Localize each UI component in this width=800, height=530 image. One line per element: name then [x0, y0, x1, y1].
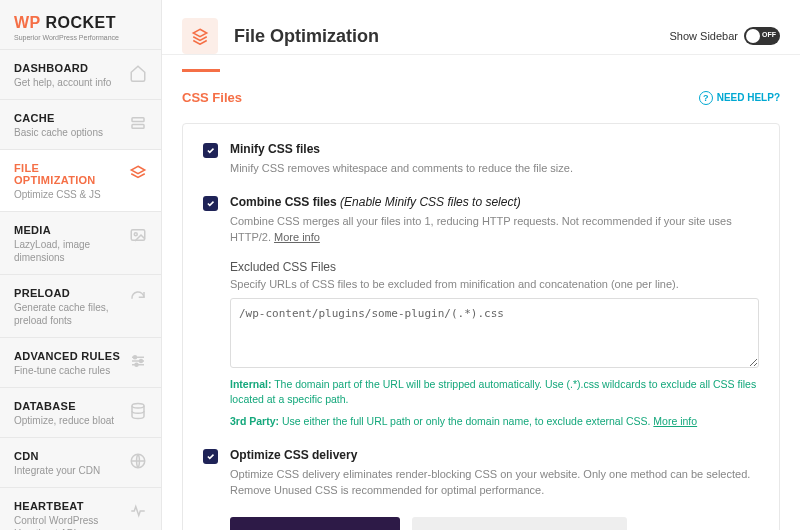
remove-unused-css-button[interactable]: REMOVE UNUSED CSS — [230, 517, 400, 530]
excluded-hint-internal: Internal: The domain part of the URL wil… — [230, 377, 759, 409]
header-layers-icon — [182, 18, 218, 54]
heartbeat-icon — [129, 502, 147, 520]
sidebar-items: DASHBOARDGet help, account info CACHEBas… — [0, 49, 161, 530]
sidebar-item-heartbeat[interactable]: HEARTBEATControl WordPress Heartbeat API — [0, 487, 161, 530]
show-sidebar-toggle[interactable]: OFF — [744, 27, 780, 45]
sidebar-item-database[interactable]: DATABASEOptimize, reduce bloat — [0, 387, 161, 437]
sidebar-item-cdn[interactable]: CDNIntegrate your CDN — [0, 437, 161, 487]
checkbox-minify-css[interactable] — [203, 143, 218, 158]
field-minify-css: Minify CSS files Minify CSS removes whit… — [203, 142, 759, 177]
field-combine-css: Combine CSS files (Enable Minify CSS fil… — [203, 195, 759, 430]
layers-icon — [129, 164, 147, 182]
svg-point-8 — [140, 360, 143, 363]
svg-rect-0 — [132, 118, 144, 122]
database-icon — [129, 402, 147, 420]
minify-css-desc: Minify CSS removes whitespace and commen… — [230, 160, 759, 177]
home-icon — [129, 64, 147, 82]
page-header: File Optimization Show Sidebar OFF — [162, 0, 800, 55]
reload-icon — [129, 289, 147, 307]
field-optimize-css: Optimize CSS delivery Optimize CSS deliv… — [203, 448, 759, 530]
svg-point-10 — [132, 404, 144, 409]
sidebar: WP ROCKET Superior WordPress Performance… — [0, 0, 162, 530]
optimize-css-desc: Optimize CSS delivery eliminates render-… — [230, 466, 759, 499]
content-scroll: CSS Files ? NEED HELP? Minify CSS files … — [162, 72, 800, 530]
page-title: File Optimization — [234, 26, 670, 47]
show-sidebar-label: Show Sidebar — [670, 30, 739, 42]
question-icon: ? — [699, 91, 713, 105]
sidebar-item-dashboard[interactable]: DASHBOARDGet help, account info — [0, 49, 161, 99]
show-sidebar-control: Show Sidebar OFF — [670, 27, 781, 45]
svg-point-3 — [134, 233, 137, 236]
checkbox-combine-css[interactable] — [203, 196, 218, 211]
minify-css-label: Minify CSS files — [230, 142, 759, 156]
cache-icon — [129, 114, 147, 132]
sidebar-item-media[interactable]: MEDIALazyLoad, image dimensions — [0, 211, 161, 274]
excluded-css-desc: Specify URLs of CSS files to be excluded… — [230, 278, 759, 290]
combine-more-info-link[interactable]: More info — [274, 231, 320, 243]
sidebar-item-advanced-rules[interactable]: ADVANCED RULESFine-tune cache rules — [0, 337, 161, 387]
sidebar-item-preload[interactable]: PRELOADGenerate cache files, preload fon… — [0, 274, 161, 337]
optimize-css-label: Optimize CSS delivery — [230, 448, 759, 462]
excluded-hint-3rdparty: 3rd Party: Use either the full URL path … — [230, 414, 759, 430]
need-help-link[interactable]: ? NEED HELP? — [699, 91, 780, 105]
svg-point-9 — [135, 363, 138, 366]
combine-css-desc: Combine CSS merges all your files into 1… — [230, 213, 759, 246]
svg-point-7 — [134, 356, 137, 359]
css-panel: Minify CSS files Minify CSS removes whit… — [182, 123, 780, 530]
hint-more-info-link[interactable]: More info — [653, 415, 697, 427]
sidebar-item-cache[interactable]: CACHEBasic cache options — [0, 99, 161, 149]
excluded-css-label: Excluded CSS Files — [230, 260, 759, 274]
section-title: CSS Files — [182, 90, 242, 105]
globe-icon — [129, 452, 147, 470]
media-icon — [129, 226, 147, 244]
checkbox-optimize-css[interactable] — [203, 449, 218, 464]
combine-css-label: Combine CSS files (Enable Minify CSS fil… — [230, 195, 759, 209]
excluded-css-textarea[interactable] — [230, 298, 759, 368]
load-css-async-button[interactable]: LOAD CSS ASYNCHRONOUSLY — [412, 517, 627, 530]
sidebar-item-file-optimization[interactable]: FILE OPTIMIZATIONOptimize CSS & JS — [0, 149, 161, 211]
sliders-icon — [129, 352, 147, 370]
svg-rect-1 — [132, 125, 144, 129]
main-content: File Optimization Show Sidebar OFF CSS F… — [162, 0, 800, 530]
brand-logo: WP ROCKET Superior WordPress Performance — [0, 0, 161, 49]
